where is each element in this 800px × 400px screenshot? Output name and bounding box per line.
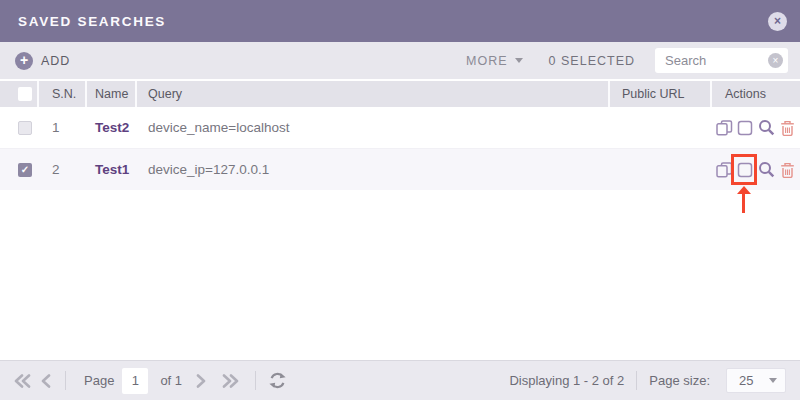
divider	[255, 371, 256, 390]
add-button-label: ADD	[41, 54, 70, 68]
saved-search-name-link[interactable]: Test1	[87, 149, 137, 190]
select-all-cell	[0, 81, 39, 107]
cell-actions	[712, 107, 800, 148]
selected-count: 0 SELECTED	[549, 54, 635, 68]
trash-icon	[780, 162, 795, 178]
pager-footer: Page of 1	[0, 360, 800, 400]
cell-sn: 1	[39, 107, 87, 148]
copy-icon	[716, 120, 733, 136]
refresh-button[interactable]	[268, 372, 287, 389]
pager: Page of 1	[14, 368, 287, 394]
next-page-button[interactable]	[196, 374, 206, 388]
footer-right: Displaying 1 - 2 of 2 Page size: 25	[509, 368, 786, 393]
duplicate-button[interactable]	[715, 119, 733, 137]
page-of-label: of 1	[160, 373, 182, 388]
delete-button[interactable]	[778, 161, 796, 179]
last-page-button[interactable]	[222, 374, 239, 388]
annotation-highlight-box	[731, 154, 757, 185]
table-header: S.N. Name Query Public URL Actions	[0, 81, 800, 107]
chevron-down-icon	[515, 58, 523, 63]
close-icon[interactable]: ×	[768, 12, 787, 31]
column-header-query: Query	[137, 81, 610, 107]
toolbar-right: MORE 0 SELECTED ×	[466, 48, 788, 73]
chevron-right-icon	[196, 374, 206, 388]
select-all-checkbox[interactable]	[18, 87, 32, 101]
cell-public-url	[610, 149, 712, 190]
page-number-input[interactable]	[122, 368, 148, 394]
page-size-label: Page size:	[649, 373, 710, 388]
more-button-label: MORE	[466, 54, 508, 68]
toolbar: + ADD MORE 0 SELECTED ×	[0, 42, 800, 79]
saved-search-name-link[interactable]: Test2	[87, 107, 137, 148]
square-icon	[737, 120, 753, 136]
double-chevron-left-icon	[14, 374, 31, 388]
search-icon	[758, 119, 775, 136]
add-button[interactable]: + ADD	[15, 52, 70, 70]
row-checkbox-cell: ✓	[0, 149, 39, 190]
page-size-value: 25	[739, 373, 753, 388]
cell-sn: 2	[39, 149, 87, 190]
public-url-toggle-button[interactable]	[736, 119, 754, 137]
divider	[65, 371, 66, 390]
clear-search-icon[interactable]: ×	[768, 53, 783, 68]
cell-public-url	[610, 107, 712, 148]
table-row: 1 Test2 device_name=localhost	[0, 107, 800, 149]
column-header-actions: Actions	[712, 81, 800, 107]
previous-page-button[interactable]	[41, 374, 51, 388]
page-size-select[interactable]: 25	[726, 368, 786, 393]
trash-icon	[780, 120, 795, 136]
double-chevron-right-icon	[222, 374, 239, 388]
saved-searches-dialog: SAVED SEARCHES × + ADD MORE 0 SELECTED ×…	[0, 0, 800, 400]
row-checkbox-cell	[0, 107, 39, 148]
page-title: SAVED SEARCHES	[18, 14, 166, 29]
page-label: Page	[84, 373, 114, 388]
run-search-button[interactable]	[757, 119, 775, 137]
refresh-icon	[268, 372, 287, 389]
checkmark-icon: ✓	[21, 165, 29, 175]
titlebar: SAVED SEARCHES ×	[0, 0, 800, 42]
delete-button[interactable]	[778, 119, 796, 137]
displaying-label: Displaying 1 - 2 of 2	[509, 373, 624, 388]
table-row: ✓ 2 Test1 device_ip=127.0.0.1	[0, 149, 800, 190]
first-page-button[interactable]	[14, 374, 31, 388]
more-button[interactable]: MORE	[466, 54, 523, 68]
column-header-public-url: Public URL	[610, 81, 712, 107]
search-box: ×	[655, 48, 788, 73]
cell-query: device_name=localhost	[137, 107, 610, 148]
annotation-arrow-stem	[742, 193, 745, 213]
chevron-down-icon	[769, 378, 777, 383]
chevron-left-icon	[41, 374, 51, 388]
cell-query: device_ip=127.0.0.1	[137, 149, 610, 190]
column-header-name: Name	[87, 81, 137, 107]
run-search-button[interactable]	[757, 161, 775, 179]
row-checkbox[interactable]	[18, 121, 32, 135]
row-checkbox[interactable]: ✓	[18, 163, 32, 177]
search-icon	[758, 161, 775, 178]
copy-icon	[716, 162, 733, 178]
plus-icon: +	[15, 52, 33, 70]
column-header-sn: S.N.	[39, 81, 87, 107]
divider	[636, 371, 637, 390]
